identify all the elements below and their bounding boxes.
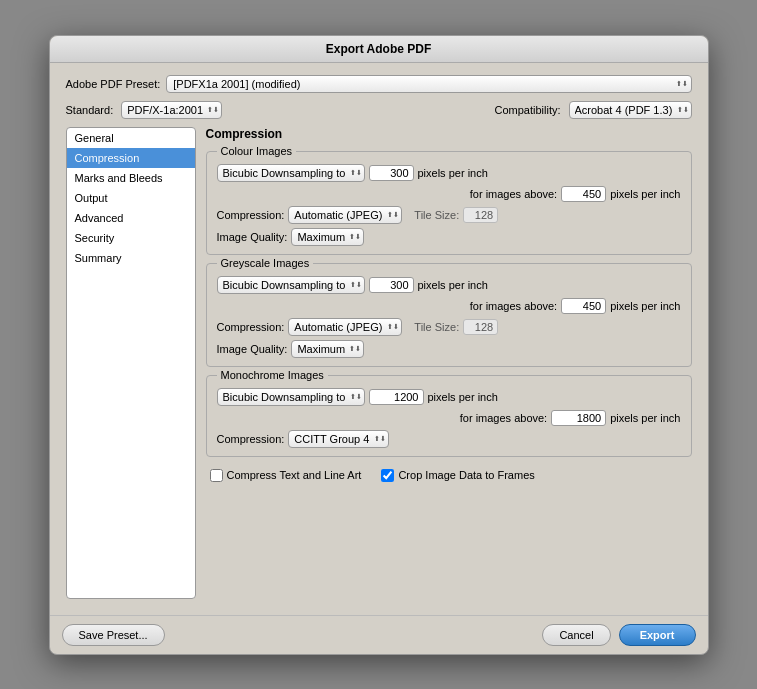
mono-compression-label: Compression: [217, 433, 285, 445]
sidebar-item-compression[interactable]: Compression [67, 148, 195, 168]
grey-quality-select-wrapper: Maximum [291, 340, 364, 358]
standard-select[interactable]: PDF/X-1a:2001 [121, 101, 222, 119]
save-preset-button[interactable]: Save Preset... [62, 624, 165, 646]
mono-downsample-unit: pixels per inch [428, 391, 498, 403]
standard-select-wrapper: PDF/X-1a:2001 [121, 101, 222, 119]
export-button[interactable]: Export [619, 624, 696, 646]
grey-above-unit: pixels per inch [610, 300, 680, 312]
colour-quality-label: Image Quality: [217, 231, 288, 243]
greyscale-images-label: Greyscale Images [217, 257, 314, 269]
colour-compression-label: Compression: [217, 209, 285, 221]
colour-downsample-unit: pixels per inch [418, 167, 488, 179]
colour-quality-select[interactable]: Maximum [291, 228, 364, 246]
colour-downsample-select-wrapper: Bicubic Downsampling to [217, 164, 365, 182]
mono-downsample-value[interactable] [369, 389, 424, 405]
crop-image-checkbox[interactable] [381, 469, 394, 482]
grey-compression-label: Compression: [217, 321, 285, 333]
grey-quality-select[interactable]: Maximum [291, 340, 364, 358]
colour-above-unit: pixels per inch [610, 188, 680, 200]
mono-above-unit: pixels per inch [610, 412, 680, 424]
sidebar-item-output[interactable]: Output [67, 188, 195, 208]
colour-images-label: Colour Images [217, 145, 297, 157]
compatibility-select[interactable]: Acrobat 4 (PDF 1.3) [569, 101, 692, 119]
grey-above-value[interactable] [561, 298, 606, 314]
grey-tile-label: Tile Size: [414, 321, 459, 333]
grey-downsample-select-wrapper: Bicubic Downsampling to [217, 276, 365, 294]
standard-label: Standard: [66, 104, 114, 116]
grey-above-label: for images above: [470, 300, 557, 312]
monochrome-images-group: Monochrome Images Bicubic Downsampling t… [206, 375, 692, 457]
colour-tile-label: Tile Size: [414, 209, 459, 221]
preset-label: Adobe PDF Preset: [66, 78, 161, 90]
mono-above-value[interactable] [551, 410, 606, 426]
preset-select[interactable]: [PDFX1a 2001] (modified) [166, 75, 691, 93]
cancel-button[interactable]: Cancel [542, 624, 610, 646]
compatibility-select-wrapper: Acrobat 4 (PDF 1.3) [569, 101, 692, 119]
colour-downsample-select[interactable]: Bicubic Downsampling to [217, 164, 365, 182]
colour-images-group: Colour Images Bicubic Downsampling to pi… [206, 151, 692, 255]
greyscale-images-group: Greyscale Images Bicubic Downsampling to… [206, 263, 692, 367]
preset-select-wrapper: [PDFX1a 2001] (modified) [166, 75, 691, 93]
colour-above-label: for images above: [470, 188, 557, 200]
colour-compression-select[interactable]: Automatic (JPEG) [288, 206, 402, 224]
dialog-title: Export Adobe PDF [50, 36, 708, 63]
mono-compression-select-wrapper: CCITT Group 4 [288, 430, 389, 448]
grey-quality-label: Image Quality: [217, 343, 288, 355]
grey-downsample-unit: pixels per inch [418, 279, 488, 291]
grey-compression-select-wrapper: Automatic (JPEG) [288, 318, 402, 336]
sidebar-item-marks-and-bleeds[interactable]: Marks and Bleeds [67, 168, 195, 188]
title-text: Export Adobe PDF [326, 42, 432, 56]
sidebar-item-summary[interactable]: Summary [67, 248, 195, 268]
compatibility-label: Compatibility: [494, 104, 560, 116]
grey-downsample-select[interactable]: Bicubic Downsampling to [217, 276, 365, 294]
compression-panel: Compression Colour Images Bicubic Downsa… [206, 127, 692, 599]
panel-title: Compression [206, 127, 692, 141]
grey-tile-value [463, 319, 498, 335]
bottom-checkboxes: Compress Text and Line Art Crop Image Da… [206, 469, 692, 482]
compress-text-checkbox[interactable] [210, 469, 223, 482]
bottom-buttons-bar: Save Preset... Cancel Export [50, 615, 708, 654]
colour-compression-select-wrapper: Automatic (JPEG) [288, 206, 402, 224]
right-buttons-group: Cancel Export [542, 624, 695, 646]
sidebar-item-security[interactable]: Security [67, 228, 195, 248]
compress-text-label: Compress Text and Line Art [227, 469, 362, 481]
colour-downsample-value[interactable] [369, 165, 414, 181]
mono-downsample-select-wrapper: Bicubic Downsampling to [217, 388, 365, 406]
grey-downsample-value[interactable] [369, 277, 414, 293]
colour-quality-select-wrapper: Maximum [291, 228, 364, 246]
export-pdf-dialog: Export Adobe PDF Adobe PDF Preset: [PDFX… [49, 35, 709, 655]
monochrome-images-label: Monochrome Images [217, 369, 328, 381]
sidebar-item-general[interactable]: General [67, 128, 195, 148]
sidebar: General Compression Marks and Bleeds Out… [66, 127, 196, 599]
mono-compression-select[interactable]: CCITT Group 4 [288, 430, 389, 448]
colour-tile-value [463, 207, 498, 223]
colour-above-value[interactable] [561, 186, 606, 202]
mono-above-label: for images above: [460, 412, 547, 424]
sidebar-item-advanced[interactable]: Advanced [67, 208, 195, 228]
crop-image-label: Crop Image Data to Frames [398, 469, 534, 481]
grey-compression-select[interactable]: Automatic (JPEG) [288, 318, 402, 336]
mono-downsample-select[interactable]: Bicubic Downsampling to [217, 388, 365, 406]
